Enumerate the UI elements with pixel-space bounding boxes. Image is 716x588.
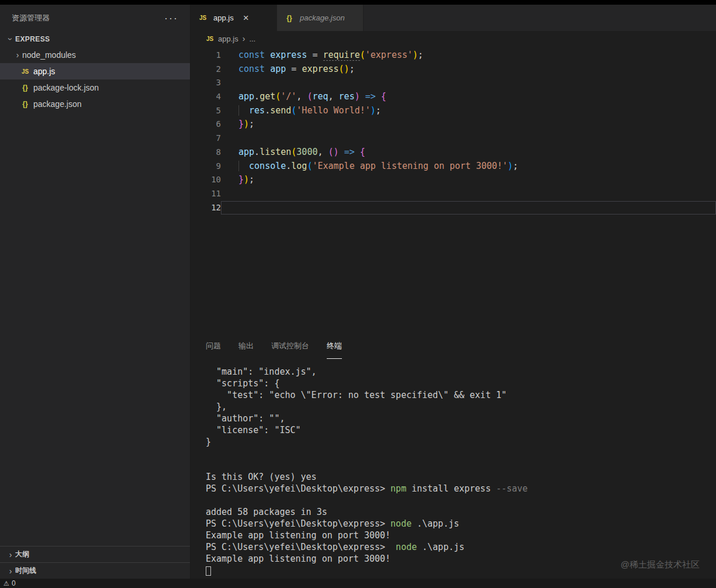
line-number: 1 [191,49,221,63]
explorer-header: 资源管理器 ··· [0,5,190,32]
code-token [376,91,381,102]
code-token: () [339,64,350,74]
code-line[interactable]: 4app.get('/', (req, res) => { [191,90,716,104]
sidebar-section-大纲[interactable]: ›大纲 [0,546,190,562]
terminal[interactable]: "main": "index.js", "scripts": { "test":… [191,359,716,579]
panel-tab-输出[interactable]: 输出 [238,333,254,359]
code-line[interactable]: 11 [191,187,716,201]
explorer-item-package-lock.json[interactable]: {}package-lock.json [0,79,190,96]
editor-tab-bar: JSapp.js×{}package.json [191,5,716,31]
explorer-item-app.js[interactable]: JSapp.js [0,63,190,79]
more-actions-icon[interactable]: ··· [164,15,178,21]
terminal-text: install express [406,483,496,494]
terminal-text: .\app.js [417,542,464,552]
line-number: 2 [191,63,221,77]
code-line[interactable]: 8app.listen(3000, () => { [191,146,716,160]
root-folder-label: EXPRESS [15,35,50,43]
sidebar-bottom-sections: ›大纲›时间线 [0,546,190,579]
terminal-line: PS C:\Users\yefei\Desktop\express> npm i… [206,483,716,494]
code-token: ) [355,91,360,102]
breadcrumb-more[interactable]: ... [249,34,255,43]
code-token: { [360,147,365,157]
terminal-text: "author": "", [206,413,285,424]
code-line[interactable]: 3 [191,76,716,90]
terminal-text: "main": "index.js", [206,366,317,377]
code-line-content: const express = require('express'); [221,49,716,63]
code-line-content: }); [221,117,716,132]
section-label: 大纲 [15,549,29,559]
tab-app.js[interactable]: JSapp.js× [191,5,277,31]
code-token: 'express' [365,50,413,60]
code-line[interactable]: 6}); [191,117,716,132]
panel-tab-问题[interactable]: 问题 [206,333,221,359]
code-token: ; [513,161,518,171]
code-editor[interactable]: 1const express = require('express');2con… [191,46,716,333]
code-token: log [291,161,307,171]
code-line[interactable]: 2const app = express(); [191,63,716,77]
terminal-text: "license": "ISC" [206,425,301,435]
code-token: } [238,119,244,129]
code-line[interactable]: 12 [191,201,716,215]
code-token: const [238,50,265,60]
terminal-line [206,494,716,506]
warning-icon[interactable]: ⚠ [4,580,9,587]
code-token: , [317,147,328,157]
terminal-text: node [390,518,411,529]
code-token: . [286,161,291,171]
breadcrumb-file[interactable]: app.js [218,34,238,43]
terminal-text: PS C:\Users\yefei\Desktop\express> [206,483,390,494]
code-token: . [254,91,260,102]
explorer-title: 资源管理器 [12,13,50,23]
code-token [238,161,249,171]
panel-tab-终端[interactable]: 终端 [327,333,342,359]
line-number: 10 [191,173,221,187]
js-file-icon: JS [198,15,208,21]
tab-label: app.js [213,13,234,22]
code-line[interactable]: 9 console.log('Example app listening on … [191,160,716,174]
code-line[interactable]: 7 [191,132,716,146]
terminal-text: --save [496,483,528,494]
explorer-item-package.json[interactable]: {}package.json [0,96,190,112]
code-token: app [238,147,254,157]
explorer-item-node_modules[interactable]: ›node_modules [0,47,190,63]
code-line-content [221,187,716,201]
code-token: ) [508,161,513,171]
terminal-text: Example app listening on port 3000! [206,554,390,564]
explorer-root-folder[interactable]: › EXPRESS [0,32,190,47]
code-token: express [270,50,307,60]
tab-package.json[interactable]: {}package.json [277,5,364,31]
code-token: = [307,50,323,60]
code-token: listen [260,147,291,157]
close-icon[interactable]: × [243,13,249,23]
terminal-cursor [206,566,211,576]
line-number: 3 [191,76,221,90]
breadcrumb[interactable]: JS app.js › ... [191,31,716,46]
line-number: 4 [191,90,221,104]
json-file-icon: {} [20,100,30,108]
code-token: ; [418,50,423,60]
code-line[interactable]: 10}); [191,173,716,187]
sidebar-spacer [0,112,190,546]
file-label: app.js [33,67,55,76]
code-token: 'Example app listening on port 3000!' [312,161,507,171]
code-token: ) [371,105,376,116]
terminal-text: .\app.js [411,518,459,529]
code-token: ) [244,119,249,129]
sidebar-section-时间线[interactable]: ›时间线 [0,562,190,579]
line-number: 7 [191,132,221,146]
json-file-icon: {} [284,14,295,22]
panel-tab-调试控制台[interactable]: 调试控制台 [271,333,309,359]
js-file-icon: JS [20,68,30,75]
terminal-line: "main": "index.js", [206,366,716,378]
code-token: => [365,91,376,102]
problems-count[interactable]: 0 [12,579,16,587]
code-token: 3000 [296,147,317,157]
line-number: 6 [191,117,221,132]
code-line[interactable]: 5 res.send('Hello World!'); [191,104,716,118]
explorer-sidebar: 资源管理器 ··· › EXPRESS ›node_modulesJSapp.j… [0,5,191,579]
code-line-content [221,201,716,215]
panel-tab-bar: 问题输出调试控制台终端 [191,333,716,359]
chevron-right-icon: › [6,550,15,559]
code-line[interactable]: 1const express = require('express'); [191,49,716,63]
code-line-content: const app = express(); [221,63,716,77]
